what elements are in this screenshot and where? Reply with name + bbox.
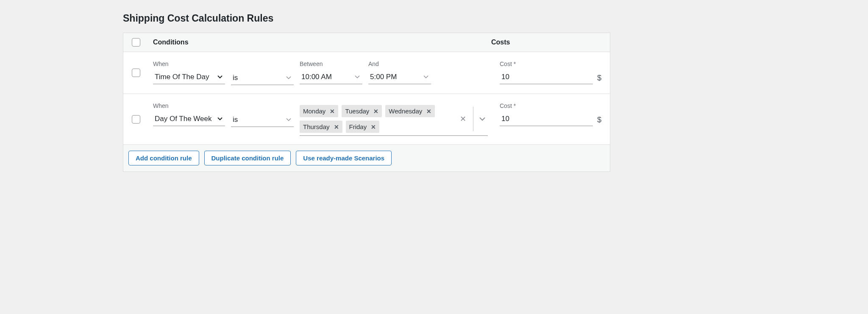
rule-checkbox[interactable] — [132, 69, 140, 77]
day-tag: Tuesday ✕ — [342, 105, 382, 117]
currency-symbol: $ — [597, 116, 601, 126]
currency-symbol: $ — [597, 74, 601, 84]
column-header-costs: Costs — [491, 39, 601, 46]
expand-dropdown-icon[interactable] — [477, 115, 488, 123]
between-time-value: 10:00 AM — [301, 73, 332, 81]
day-tag-label: Tuesday — [345, 107, 369, 115]
and-time-value: 5:00 PM — [370, 73, 397, 81]
chevron-down-icon — [217, 117, 223, 121]
chevron-down-icon — [217, 75, 223, 79]
chevron-down-icon — [355, 75, 360, 79]
between-label: Between — [300, 61, 362, 67]
and-label: And — [368, 61, 431, 67]
between-time-select[interactable]: 10:00 AM — [300, 70, 362, 84]
day-tag: Monday ✕ — [300, 105, 338, 117]
when-label: When — [153, 61, 225, 67]
remove-tag-icon[interactable]: ✕ — [371, 124, 376, 130]
remove-tag-icon[interactable]: ✕ — [330, 108, 335, 115]
and-time-select[interactable]: 5:00 PM — [368, 70, 431, 84]
cost-label: Cost — [500, 61, 601, 67]
when-type-value: Time Of The Day — [155, 73, 209, 81]
operator-value: is — [233, 116, 238, 124]
add-condition-rule-button[interactable]: Add condition rule — [128, 151, 199, 165]
operator-select[interactable]: is — [231, 71, 294, 85]
clear-all-tags-icon[interactable]: ✕ — [456, 114, 470, 124]
day-tag: Thursday ✕ — [300, 121, 342, 133]
when-type-select[interactable]: Day Of The Week — [153, 112, 225, 126]
select-all-checkbox[interactable] — [132, 38, 140, 47]
cost-input[interactable] — [500, 112, 593, 126]
divider — [473, 107, 473, 131]
when-label: When — [153, 102, 225, 109]
duplicate-condition-rule-button[interactable]: Duplicate condition rule — [204, 151, 291, 165]
rule-row: When Time Of The Day is — [123, 52, 610, 94]
use-ready-made-scenarios-button[interactable]: Use ready-made Scenarios — [296, 151, 392, 165]
rule-row: When Day Of The Week is — [123, 94, 610, 145]
when-type-value: Day Of The Week — [155, 115, 211, 123]
remove-tag-icon[interactable]: ✕ — [426, 108, 431, 115]
footer-actions: Add condition rule Duplicate condition r… — [123, 145, 610, 171]
operator-value: is — [233, 74, 238, 82]
remove-tag-icon[interactable]: ✕ — [334, 124, 339, 130]
rules-panel: Conditions Costs When Time Of The Day — [123, 33, 610, 172]
chevron-down-icon — [286, 76, 291, 80]
operator-select[interactable]: is — [231, 113, 294, 127]
page-title: Shipping Cost Calculation Rules — [123, 13, 610, 24]
chevron-down-icon — [423, 75, 428, 79]
remove-tag-icon[interactable]: ✕ — [373, 108, 378, 115]
table-header: Conditions Costs — [123, 33, 610, 52]
day-tag: Wednesday ✕ — [385, 105, 435, 117]
day-tag-label: Monday — [303, 107, 326, 115]
day-tag: Friday ✕ — [346, 121, 380, 133]
chevron-down-icon — [286, 118, 291, 121]
day-tag-label: Thursday — [303, 123, 330, 130]
rule-checkbox[interactable] — [132, 115, 140, 124]
day-tag-label: Wednesday — [389, 107, 422, 115]
when-type-select[interactable]: Time Of The Day — [153, 70, 225, 84]
day-tag-label: Friday — [349, 123, 367, 130]
column-header-conditions: Conditions — [153, 39, 491, 46]
cost-label: Cost — [500, 102, 601, 109]
days-multiselect[interactable]: Monday ✕ Tuesday ✕ Wednesday ✕ — [300, 104, 488, 136]
cost-input[interactable] — [500, 70, 593, 84]
